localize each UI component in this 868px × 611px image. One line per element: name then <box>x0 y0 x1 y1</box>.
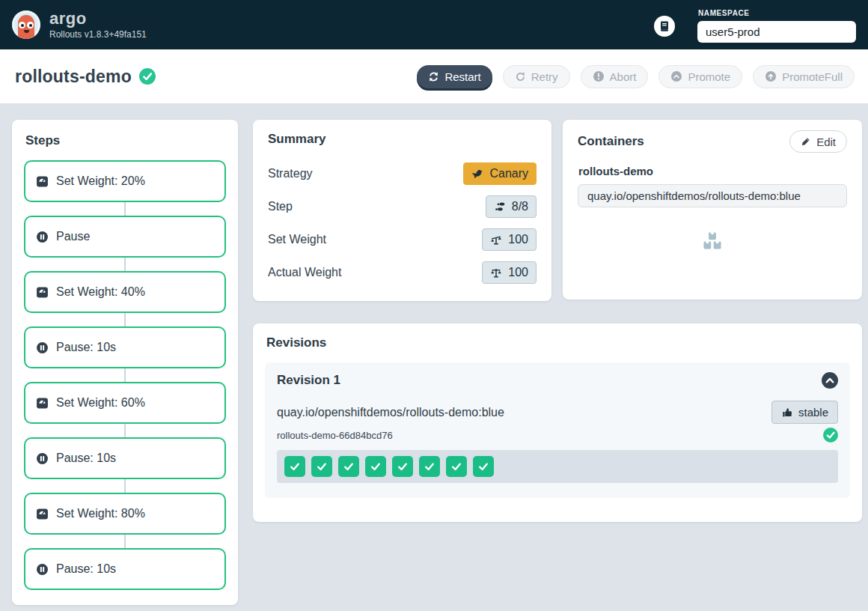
pod-healthy-icon[interactable] <box>419 456 440 477</box>
rollout-actions: Restart Retry Abort Promote PromoteFull <box>417 65 855 88</box>
page-title: rollouts-demo <box>15 67 132 87</box>
namespace-label: NAMESPACE <box>698 9 856 17</box>
step-pause-10s: Pause: 10s <box>24 437 226 479</box>
sync-icon <box>428 71 439 82</box>
pod-healthy-icon[interactable] <box>284 456 305 477</box>
pod-healthy-icon[interactable] <box>473 456 494 477</box>
step-badge: 8/8 <box>486 195 537 218</box>
namespace-input[interactable] <box>697 21 856 43</box>
book-icon <box>658 20 670 32</box>
container-image-input[interactable] <box>578 184 847 207</box>
containers-card: Containers Edit rollouts-demo <box>563 120 862 300</box>
restart-button[interactable]: Restart <box>417 65 492 88</box>
summary-row-step: Step 8/8 <box>268 190 537 223</box>
pencil-icon <box>801 136 811 147</box>
pause-circle-icon <box>36 341 49 354</box>
arrow-up-circle-icon <box>765 70 777 82</box>
app-root: argo Rollouts v1.8.3+49fa151 NAMESPACE r… <box>0 0 868 611</box>
retry-button[interactable]: Retry <box>503 65 570 88</box>
step-pause: Pause <box>24 216 226 258</box>
step-connector <box>124 258 126 271</box>
revision-image: quay.io/openshiftdemos/rollouts-demo:blu… <box>277 406 504 419</box>
revisions-card: Revisions Revision 1 quay.io/openshiftde… <box>253 323 862 522</box>
step-connector <box>124 424 126 437</box>
pod-healthy-icon[interactable] <box>446 456 467 477</box>
thumbs-up-icon <box>781 407 793 419</box>
actual-weight-badge: 100 <box>482 261 537 284</box>
container-name: rollouts-demo <box>578 165 847 177</box>
step-set-weight-40: Set Weight: 40% <box>24 271 226 313</box>
summary-row-strategy: Strategy Canary <box>268 157 537 190</box>
steps-card: Steps Set Weight: 20% Pause Set Weight: … <box>12 120 238 605</box>
stable-badge: stable <box>771 401 838 424</box>
step-set-weight-20: Set Weight: 20% <box>24 160 226 202</box>
summary-row-actual-weight: Actual Weight 100 <box>268 256 537 289</box>
replicaset-name: rollouts-demo-66d84bcd76 <box>277 430 393 441</box>
weight-scale-icon <box>36 508 49 520</box>
pod-healthy-icon[interactable] <box>338 456 359 477</box>
step-set-weight-60: Set Weight: 60% <box>24 382 226 424</box>
set-weight-badge: 100 <box>482 228 537 251</box>
pods-strip <box>277 450 838 483</box>
step-connector <box>124 535 126 548</box>
pod-healthy-icon[interactable] <box>311 456 332 477</box>
summary-row-set-weight: Set Weight 100 <box>268 223 537 256</box>
replicaset-row: rollouts-demo-66d84bcd76 <box>277 428 838 443</box>
healthy-check-circle-icon <box>139 68 156 85</box>
redo-icon <box>515 71 526 82</box>
cubes-icon <box>578 231 847 251</box>
step-pause-10s: Pause: 10s <box>24 548 226 590</box>
logo-version: Rollouts v1.8.3+49fa151 <box>49 29 147 40</box>
step-connector <box>124 202 126 216</box>
step-connector <box>124 368 126 382</box>
steps-heading: Steps <box>25 133 226 148</box>
revisions-heading: Revisions <box>266 335 850 350</box>
scale-balanced-icon <box>490 267 502 279</box>
strategy-badge: Canary <box>463 162 537 185</box>
chevron-up-circle-icon <box>670 70 682 82</box>
argo-mascot-icon <box>12 10 40 39</box>
step-connector <box>124 479 126 493</box>
step-set-weight-80: Set Weight: 80% <box>24 493 226 535</box>
main-content: Steps Set Weight: 20% Pause Set Weight: … <box>0 103 868 611</box>
collapse-revision-button[interactable] <box>822 372 838 389</box>
titlebar: rollouts-demo Restart Retry Abort Promot… <box>0 49 868 103</box>
argo-logo[interactable]: argo Rollouts v1.8.3+49fa151 <box>12 10 147 40</box>
pause-circle-icon <box>36 563 49 576</box>
pause-circle-icon <box>36 452 49 465</box>
pod-healthy-icon[interactable] <box>365 456 386 477</box>
exclamation-circle-icon <box>593 70 605 82</box>
weight-scale-icon <box>36 397 49 410</box>
edit-button[interactable]: Edit <box>789 130 847 153</box>
promote-full-button[interactable]: PromoteFull <box>753 65 855 88</box>
abort-button[interactable]: Abort <box>581 65 649 88</box>
step-pause-10s: Pause: 10s <box>24 326 226 368</box>
pause-circle-icon <box>36 231 49 243</box>
top-header: argo Rollouts v1.8.3+49fa151 NAMESPACE <box>0 0 868 49</box>
summary-card: Summary Strategy Canary Step 8/8 <box>253 120 551 301</box>
containers-heading: Containers <box>578 134 644 149</box>
docs-button[interactable] <box>654 16 675 37</box>
step-connector <box>124 313 126 326</box>
chevron-up-circle-icon <box>822 372 838 389</box>
weight-scale-icon <box>36 175 49 188</box>
pod-healthy-icon[interactable] <box>392 456 413 477</box>
check-circle-icon <box>823 428 838 443</box>
weight-scale-icon <box>36 286 49 299</box>
logo-title: argo <box>49 10 147 27</box>
shoe-prints-icon <box>494 201 506 213</box>
dove-icon <box>471 168 483 180</box>
promote-button[interactable]: Promote <box>658 65 742 88</box>
scale-unbalanced-icon <box>490 234 502 246</box>
revision-panel: Revision 1 quay.io/openshiftdemos/rollou… <box>265 362 850 498</box>
summary-heading: Summary <box>268 132 537 147</box>
revision-title: Revision 1 <box>277 373 340 388</box>
